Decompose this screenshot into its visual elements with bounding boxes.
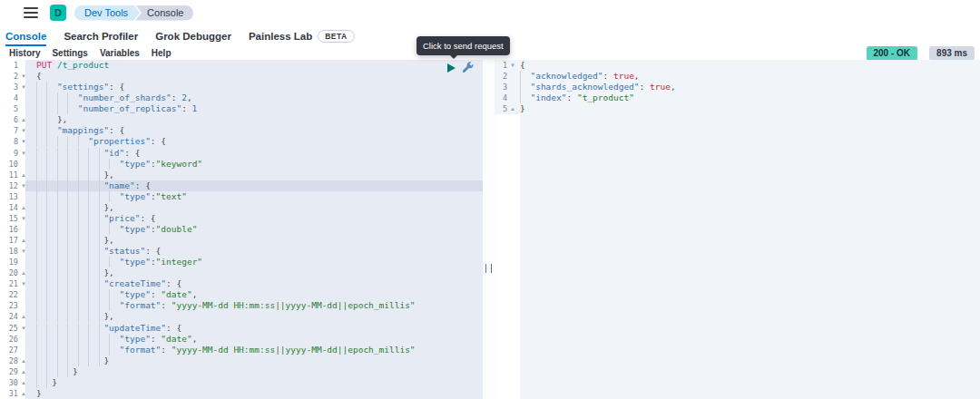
- code-line[interactable]: 5▴}: [495, 103, 980, 114]
- fold-up-icon[interactable]: ▴: [18, 114, 29, 125]
- fold-up-icon[interactable]: ▴: [507, 103, 518, 114]
- code-line[interactable]: 10"type":"keyword": [0, 159, 483, 170]
- code-line[interactable]: 8▾"properties": {: [0, 136, 483, 147]
- fold-down-icon[interactable]: ▾: [18, 82, 29, 92]
- fold-down-icon[interactable]: ▾: [18, 136, 29, 147]
- code-line[interactable]: 2▾{: [0, 71, 483, 82]
- toolbar-help[interactable]: Help: [152, 48, 172, 58]
- indent-guides: [36, 289, 120, 300]
- code-text: },: [29, 170, 483, 180]
- fold-up-icon[interactable]: ▴: [18, 377, 29, 388]
- code-line[interactable]: 23"format": "yyyy-MM-dd HH:mm:ss||yyyy-M…: [0, 300, 483, 311]
- code-text: PUT /t_product: [29, 60, 483, 71]
- line-number: 10: [0, 159, 18, 170]
- fold-down-icon[interactable]: ▾: [18, 180, 29, 191]
- code-line[interactable]: 22"type": "date",: [0, 289, 483, 300]
- code-line[interactable]: 3▾"settings": {: [0, 82, 483, 92]
- fold-placeholder: [18, 159, 29, 170]
- code-line[interactable]: 24▴},: [0, 311, 483, 322]
- tab-search-profiler[interactable]: Search Profiler: [64, 25, 138, 46]
- code-line[interactable]: 13"type":"text": [0, 191, 483, 202]
- code-line[interactable]: 30▴}: [0, 377, 483, 388]
- fold-down-icon[interactable]: ▾: [18, 213, 29, 224]
- fold-up-icon[interactable]: ▴: [18, 388, 29, 399]
- line-number: 19: [0, 257, 18, 268]
- code-line[interactable]: 15▾"price": {: [0, 213, 483, 224]
- fold-up-icon[interactable]: ▴: [18, 235, 29, 246]
- code-line[interactable]: 21▾"createTime": {: [0, 278, 483, 289]
- code-line[interactable]: 4"index": "t_product": [495, 92, 980, 103]
- breadcrumb-console[interactable]: Console: [135, 5, 193, 21]
- code-line[interactable]: 29▴}: [0, 366, 483, 377]
- fold-down-icon[interactable]: ▾: [18, 323, 29, 334]
- code-text: },: [29, 114, 483, 125]
- line-number: 4: [495, 92, 507, 103]
- fold-placeholder: [18, 257, 29, 268]
- elastic-logo[interactable]: D: [50, 5, 66, 21]
- code-line[interactable]: 19"type":"integer": [0, 257, 483, 268]
- code-line[interactable]: 9▾"id": {: [0, 148, 483, 159]
- code-text: }: [29, 355, 483, 366]
- fold-down-icon[interactable]: ▾: [18, 125, 29, 136]
- code-text: "price": {: [29, 213, 483, 224]
- code-text: "status": {: [29, 246, 483, 257]
- tab-grok-debugger[interactable]: Grok Debugger: [155, 25, 231, 46]
- toolbar-variables[interactable]: Variables: [100, 48, 140, 58]
- fold-down-icon[interactable]: ▾: [18, 71, 29, 82]
- fold-up-icon[interactable]: ▴: [18, 202, 29, 213]
- fold-up-icon[interactable]: ▴: [18, 355, 29, 366]
- toolbar-settings[interactable]: Settings: [52, 48, 87, 58]
- code-line[interactable]: 12▾"name": {: [0, 180, 483, 191]
- send-request-play-icon[interactable]: [447, 63, 456, 73]
- code-line[interactable]: 28▴}: [0, 355, 483, 366]
- fold-up-icon[interactable]: ▴: [18, 170, 29, 180]
- code-line[interactable]: 1PUT /t_product: [0, 60, 483, 71]
- fold-down-icon[interactable]: ▾: [507, 60, 518, 71]
- line-number: 26: [0, 334, 18, 345]
- code-line[interactable]: 4"number_of_shards": 2,: [0, 92, 483, 103]
- menu-hamburger-icon[interactable]: [24, 7, 38, 18]
- code-line[interactable]: 27"format": "yyyy-MM-dd HH:mm:ss||yyyy-M…: [0, 345, 483, 355]
- request-options-wrench-icon[interactable]: [462, 62, 474, 73]
- code-line[interactable]: 6▴},: [0, 114, 483, 125]
- indent-guides: [36, 311, 103, 322]
- panel-resize-handle[interactable]: [483, 60, 495, 399]
- line-number: 31: [0, 388, 18, 399]
- tab-painless-lab[interactable]: Painless Lab BETA: [249, 25, 355, 46]
- code-text: "type":"text": [29, 191, 483, 202]
- code-line[interactable]: 20▴},: [0, 268, 483, 278]
- code-line[interactable]: 3"shards_acknowledged": true,: [495, 82, 980, 92]
- fold-placeholder: [18, 300, 29, 311]
- toolbar-history[interactable]: History: [9, 48, 40, 58]
- fold-up-icon[interactable]: ▴: [18, 311, 29, 322]
- code-line[interactable]: 17▴},: [0, 235, 483, 246]
- fold-up-icon[interactable]: ▴: [18, 268, 29, 278]
- code-line[interactable]: 25▾"updateTime": {: [0, 323, 483, 334]
- line-number: 7: [0, 125, 18, 136]
- code-line[interactable]: 1▾{: [495, 60, 980, 71]
- tab-console[interactable]: Console: [5, 25, 46, 46]
- code-line[interactable]: 5"number_of_replicas": 1: [0, 103, 483, 114]
- response-gutter: [495, 114, 520, 399]
- code-line[interactable]: 7▾"mappings": {: [0, 125, 483, 136]
- code-line[interactable]: 16"type":"double": [0, 224, 483, 235]
- request-editor[interactable]: 1PUT /t_product2▾{3▾"settings": {4"numbe…: [0, 60, 483, 399]
- code-line[interactable]: 11▴},: [0, 170, 483, 180]
- fold-up-icon[interactable]: ▴: [18, 366, 29, 377]
- code-line[interactable]: 18▾"status": {: [0, 246, 483, 257]
- line-number: 2: [495, 71, 507, 82]
- code-line[interactable]: 14▴},: [0, 202, 483, 213]
- code-line[interactable]: 31▴}: [0, 388, 483, 399]
- indent-guides: [36, 257, 120, 268]
- fold-down-icon[interactable]: ▾: [18, 278, 29, 289]
- code-line[interactable]: 2"acknowledged": true,: [495, 71, 980, 82]
- indent-guides: [36, 82, 57, 92]
- response-viewer[interactable]: 1▾{2"acknowledged": true,3"shards_acknow…: [495, 60, 980, 399]
- code-text: "acknowledged": true,: [518, 71, 980, 82]
- code-line[interactable]: 26"type": "date",: [0, 334, 483, 345]
- breadcrumb-dev-tools[interactable]: Dev Tools: [74, 5, 140, 21]
- fold-down-icon[interactable]: ▾: [18, 246, 29, 257]
- code-text: "format": "yyyy-MM-dd HH:mm:ss||yyyy-MM-…: [29, 300, 483, 311]
- fold-down-icon[interactable]: ▾: [18, 148, 29, 159]
- code-text: "type": "date",: [29, 334, 483, 345]
